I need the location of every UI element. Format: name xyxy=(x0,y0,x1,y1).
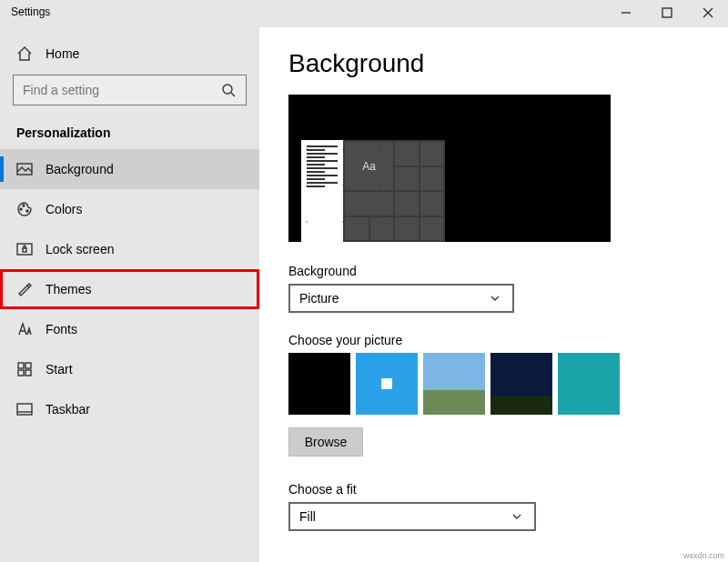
fit-dropdown[interactable]: Fill xyxy=(288,502,536,531)
sidebar-item-lockscreen[interactable]: Lock screen xyxy=(0,229,259,269)
home-icon xyxy=(16,45,33,62)
chevron-down-icon xyxy=(487,290,503,306)
page-title: Background xyxy=(288,49,728,78)
picture-thumb-2[interactable] xyxy=(356,353,418,415)
sidebar-item-label: Fonts xyxy=(46,322,77,336)
fit-label: Choose a fit xyxy=(288,482,728,497)
sidebar-item-background[interactable]: Background xyxy=(0,149,259,189)
sidebar-item-label: Themes xyxy=(46,282,92,296)
svg-point-7 xyxy=(20,208,22,210)
choose-picture-label: Choose your picture xyxy=(288,333,728,347)
preview-tile-aa: Aa xyxy=(345,142,393,190)
browse-button-label: Browse xyxy=(305,435,348,449)
sidebar: Home Personalization Background Colors L… xyxy=(0,27,259,562)
search-icon xyxy=(220,82,237,98)
sidebar-item-taskbar[interactable]: Taskbar xyxy=(0,389,259,429)
svg-rect-15 xyxy=(25,370,31,376)
minimize-button[interactable] xyxy=(605,0,646,25)
svg-line-5 xyxy=(231,93,235,96)
svg-rect-1 xyxy=(662,8,672,17)
sidebar-item-label: Background xyxy=(46,162,114,176)
content-area: Background Aa xyxy=(259,27,728,562)
picture-thumb-3[interactable] xyxy=(423,353,485,415)
picture-thumb-4[interactable] xyxy=(490,353,552,415)
sidebar-item-label: Start xyxy=(46,362,73,376)
sidebar-item-label: Taskbar xyxy=(46,402,90,416)
preview-window: Aa xyxy=(301,140,445,242)
fit-dropdown-value: Fill xyxy=(299,509,316,524)
svg-point-8 xyxy=(23,205,25,206)
search-field[interactable] xyxy=(23,83,220,97)
fonts-icon xyxy=(16,321,33,337)
picture-thumbnails xyxy=(288,353,728,415)
background-dropdown[interactable]: Picture xyxy=(288,284,514,313)
background-dropdown-value: Picture xyxy=(299,291,339,306)
close-button[interactable] xyxy=(687,0,728,25)
picture-thumb-5[interactable] xyxy=(558,353,620,415)
picture-icon xyxy=(16,161,33,177)
svg-rect-13 xyxy=(25,363,31,368)
search-input[interactable] xyxy=(13,75,247,105)
picture-thumb-1[interactable] xyxy=(288,353,350,415)
svg-rect-11 xyxy=(23,248,26,252)
attribution: wsxdn.com xyxy=(683,551,724,560)
desktop-preview: Aa xyxy=(288,95,611,242)
home-button[interactable]: Home xyxy=(0,36,259,75)
sidebar-item-colors[interactable]: Colors xyxy=(0,189,259,229)
sidebar-item-fonts[interactable]: Fonts xyxy=(0,309,259,349)
sidebar-item-label: Colors xyxy=(46,202,82,216)
svg-point-9 xyxy=(26,210,28,212)
sidebar-item-themes[interactable]: Themes xyxy=(0,269,259,309)
svg-point-4 xyxy=(223,85,232,94)
browse-button[interactable]: Browse xyxy=(288,427,363,457)
svg-rect-14 xyxy=(18,370,24,376)
lockscreen-icon xyxy=(16,241,33,257)
maximize-button[interactable] xyxy=(646,0,687,25)
titlebar: Settings xyxy=(0,0,728,27)
themes-icon xyxy=(16,281,33,297)
window-title: Settings xyxy=(0,0,61,24)
chevron-down-icon xyxy=(509,508,525,525)
sidebar-item-start[interactable]: Start xyxy=(0,349,259,389)
category-header: Personalization xyxy=(0,118,259,149)
svg-rect-16 xyxy=(17,404,32,415)
window-controls xyxy=(605,0,728,25)
svg-rect-12 xyxy=(18,363,24,368)
palette-icon xyxy=(16,201,33,217)
home-label: Home xyxy=(46,46,79,61)
start-icon xyxy=(16,361,33,377)
background-label: Background xyxy=(288,264,728,278)
sidebar-item-label: Lock screen xyxy=(46,242,114,256)
taskbar-icon xyxy=(16,401,33,417)
